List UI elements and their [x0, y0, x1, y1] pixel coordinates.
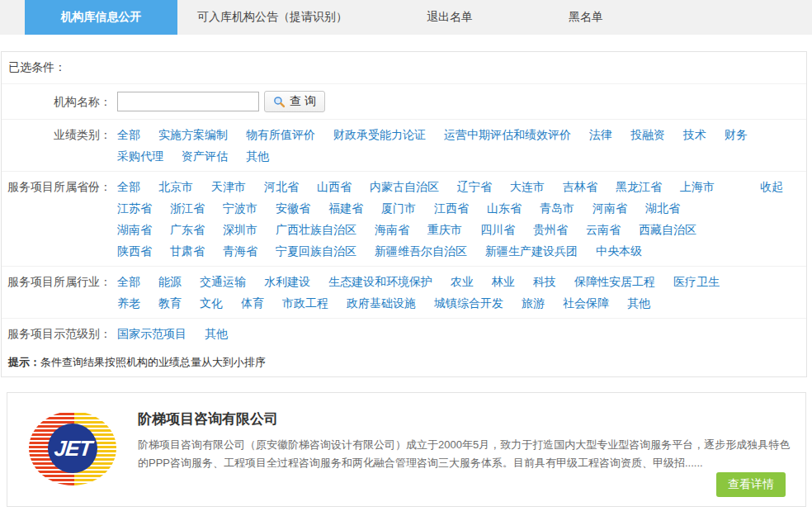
filter-row-label: 业绩类别：	[2, 124, 111, 167]
filter-option-link[interactable]: 宁夏回族自治区	[276, 240, 356, 262]
tip-row: 提示：条件查询结果按照机构的业绩总量从大到小排序	[2, 348, 806, 376]
tab-1[interactable]: 可入库机构公告（提请识别）	[177, 0, 367, 35]
filter-option-link[interactable]: 宁波市	[223, 197, 257, 219]
filter-option-link[interactable]: 能源	[158, 271, 182, 292]
filter-option-link[interactable]: 甘肃省	[170, 240, 205, 262]
filter-rows: 业绩类别：全部实施方案编制物有所值评价财政承受能力论证运营中期评估和绩效评价法律…	[2, 120, 806, 348]
filter-option-link[interactable]: 湖南省	[117, 219, 152, 240]
filter-option-link[interactable]: 广东省	[170, 219, 205, 240]
filter-option-link[interactable]: 陕西省	[117, 240, 152, 262]
filter-option-link[interactable]: 财政承受能力论证	[333, 124, 426, 145]
search-button[interactable]: 查 询	[264, 91, 325, 112]
filter-row-0: 业绩类别：全部实施方案编制物有所值评价财政承受能力论证运营中期评估和绩效评价法律…	[2, 120, 806, 172]
search-icon	[273, 96, 286, 108]
filter-option-link[interactable]: 安徽省	[276, 197, 310, 219]
search-button-label: 查 询	[290, 94, 316, 109]
filter-option-link[interactable]: 投融资	[630, 124, 665, 145]
filter-option-link[interactable]: 资产评估	[182, 145, 228, 167]
filter-row-2: 服务项目所属行业：全部能源交通运输水利建设生态建设和环境保护农业林业科技保障性安…	[2, 267, 806, 319]
filter-option-link[interactable]: 山东省	[487, 197, 522, 219]
filter-option-link[interactable]: 江西省	[434, 197, 469, 219]
filter-option-link[interactable]: 政府基础设施	[347, 292, 416, 314]
filter-option-link[interactable]: 国家示范项目	[117, 323, 186, 344]
tab-3[interactable]: 黑名单	[532, 0, 640, 35]
filter-option-link[interactable]: 福建省	[328, 197, 363, 219]
filter-option-link[interactable]: 交通运输	[200, 271, 246, 292]
filter-option-link[interactable]: 养老	[117, 292, 140, 314]
filter-option-link[interactable]: 市政工程	[282, 292, 328, 314]
filter-option-link[interactable]: 其他	[627, 292, 650, 314]
filter-option-link[interactable]: 广西壮族自治区	[276, 219, 356, 240]
filter-option-link[interactable]: 新疆生产建设兵团	[485, 240, 578, 262]
filter-option-link[interactable]: 河南省	[592, 197, 627, 219]
filter-option-link[interactable]: 社会保障	[563, 292, 609, 314]
logo-circle: JET	[48, 424, 97, 473]
filter-option-link[interactable]: 青岛市	[540, 197, 574, 219]
filter-option-link[interactable]: 保障性安居工程	[574, 271, 655, 292]
filter-option-link[interactable]: 贵州省	[533, 219, 568, 240]
filter-option-link[interactable]: 林业	[492, 271, 515, 292]
view-details-button[interactable]: 查看详情	[716, 472, 786, 497]
filter-option-link[interactable]: 深圳市	[223, 219, 257, 240]
filter-option-link[interactable]: 全部	[117, 124, 140, 145]
company-description: 阶梯项目咨询有限公司（原安徽阶梯咨询设计有限公司）成立于2000年5月，致力于打…	[138, 436, 791, 472]
filter-option-link[interactable]: 中央本级	[596, 240, 642, 262]
filter-option-link[interactable]: 北京市	[158, 176, 193, 197]
filter-row-label: 服务项目示范级别：	[2, 323, 111, 344]
filter-option-link[interactable]: 重庆市	[427, 219, 462, 240]
company-title[interactable]: 阶梯项目咨询有限公司	[138, 409, 791, 428]
filter-option-link[interactable]: 物有所值评价	[246, 124, 315, 145]
filter-option-link[interactable]: 运营中期评估和绩效评价	[444, 124, 571, 145]
filter-option-link[interactable]: 内蒙古自治区	[370, 176, 439, 197]
filter-option-link[interactable]: 体育	[241, 292, 264, 314]
selected-conditions-label: 已选条件：	[8, 60, 66, 75]
filter-option-link[interactable]: 云南省	[586, 219, 621, 240]
filter-option-link[interactable]: 水利建设	[264, 271, 310, 292]
org-name-label: 机构名称：	[2, 91, 111, 112]
filter-option-link[interactable]: 教育	[158, 292, 182, 314]
filter-option-link[interactable]: 厦门市	[381, 197, 416, 219]
filter-option-link[interactable]: 法律	[589, 124, 612, 145]
org-name-input[interactable]	[117, 92, 259, 111]
filter-option-link[interactable]: 西藏自治区	[639, 219, 696, 240]
filter-option-link[interactable]: 湖北省	[645, 197, 680, 219]
filter-option-link[interactable]: 文化	[200, 292, 223, 314]
filter-option-link[interactable]: 科技	[533, 271, 556, 292]
filter-option-link[interactable]: 上海市	[680, 176, 715, 197]
filter-option-link[interactable]: 技术	[683, 124, 706, 145]
filter-option-link[interactable]: 其他	[205, 323, 228, 344]
logo-text: JET	[53, 436, 92, 462]
result-card-body: 阶梯项目咨询有限公司 阶梯项目咨询有限公司（原安徽阶梯咨询设计有限公司）成立于2…	[138, 409, 791, 495]
filter-option-link[interactable]: 实施方案编制	[158, 124, 228, 145]
filter-option-link[interactable]: 四川省	[480, 219, 515, 240]
filter-option-link[interactable]: 旅游	[522, 292, 545, 314]
filter-row-options: 全部实施方案编制物有所值评价财政承受能力论证运营中期评估和绩效评价法律投融资技术…	[111, 124, 806, 167]
filter-option-link[interactable]: 江苏省	[117, 197, 152, 219]
collapse-link[interactable]: 收起	[760, 176, 783, 197]
filter-row-options: 全部能源交通运输水利建设生态建设和环境保护农业林业科技保障性安居工程医疗卫生养老…	[111, 271, 806, 314]
filter-option-link[interactable]: 采购代理	[117, 145, 163, 167]
filter-option-link[interactable]: 其他	[246, 145, 269, 167]
filter-option-link[interactable]: 山西省	[317, 176, 352, 197]
filter-option-link[interactable]: 辽宁省	[457, 176, 492, 197]
filter-option-link[interactable]: 新疆维吾尔自治区	[375, 240, 467, 262]
filter-option-link[interactable]: 城镇综合开发	[434, 292, 503, 314]
filter-option-link[interactable]: 海南省	[375, 219, 409, 240]
filter-option-link[interactable]: 河北省	[264, 176, 299, 197]
filter-option-link[interactable]: 吉林省	[563, 176, 597, 197]
result-card: JET 阶梯项目咨询有限公司 阶梯项目咨询有限公司（原安徽阶梯咨询设计有限公司）…	[7, 392, 806, 507]
filter-option-link[interactable]: 农业	[451, 271, 474, 292]
filter-option-link[interactable]: 大连市	[510, 176, 545, 197]
tab-0[interactable]: 机构库信息公开	[25, 0, 177, 35]
filter-row-label: 服务项目所属省份：	[2, 176, 111, 262]
filter-option-link[interactable]: 全部	[117, 176, 140, 197]
filter-option-link[interactable]: 浙江省	[170, 197, 205, 219]
filter-option-link[interactable]: 黑龙江省	[616, 176, 662, 197]
filter-option-link[interactable]: 生态建设和环境保护	[328, 271, 432, 292]
filter-option-link[interactable]: 全部	[117, 271, 140, 292]
filter-option-link[interactable]: 医疗卫生	[673, 271, 720, 292]
filter-option-link[interactable]: 财务	[725, 124, 748, 145]
tab-2[interactable]: 退出名单	[367, 0, 532, 35]
filter-option-link[interactable]: 天津市	[211, 176, 246, 197]
filter-option-link[interactable]: 青海省	[223, 240, 257, 262]
